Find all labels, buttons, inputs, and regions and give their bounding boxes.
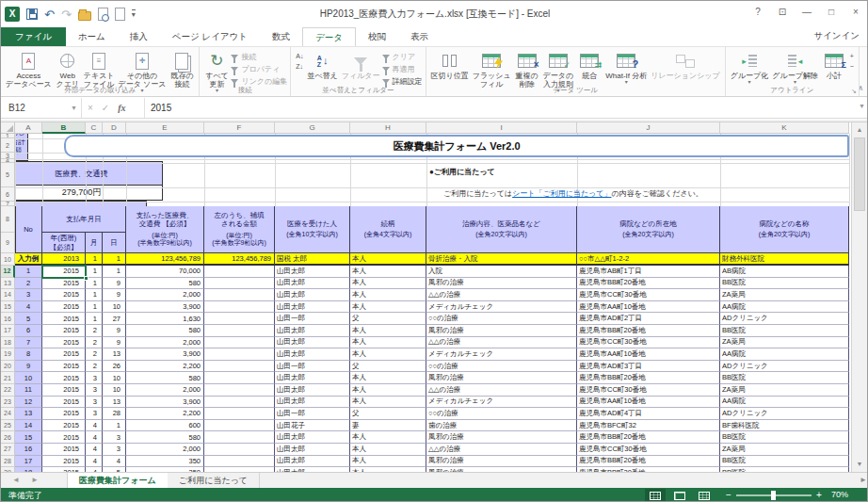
data-cell-location[interactable]: 鹿児島市AA町10番地 <box>577 301 720 314</box>
column-header-D[interactable]: D <box>103 122 126 134</box>
data-cell-expense[interactable]: 580 <box>126 325 204 337</box>
data-cell-relation[interactable]: 本人 <box>350 289 426 301</box>
data-cell-relation[interactable]: 本人 <box>350 431 426 444</box>
data-cell-month[interactable]: 4 <box>86 420 103 432</box>
data-cell-hospital[interactable]: BF歯科医院 <box>720 420 849 432</box>
data-cell-treatment[interactable]: 歯の治療 <box>426 420 577 432</box>
data-cell-no[interactable]: 15 <box>15 431 42 444</box>
hscroll-right-icon[interactable]: ► <box>860 476 867 484</box>
data-cell-compensation[interactable] <box>204 397 275 409</box>
ribbon-tab-数式[interactable]: 数式 <box>260 27 302 46</box>
ribbon-button-グループ解除[interactable]: ◂グループ解除▾ <box>770 49 820 86</box>
row-header-25[interactable]: 25 <box>1 420 15 432</box>
data-cell-relation[interactable]: 本人 <box>350 372 426 384</box>
example-cell-month[interactable]: 1 <box>86 253 103 266</box>
data-cell-no[interactable]: 8 <box>15 348 42 361</box>
data-cell-hospital[interactable]: ADクリニック <box>720 361 849 373</box>
example-cell-hospital[interactable]: 財務外科医院 <box>720 253 849 266</box>
data-cell-relation[interactable]: 本人 <box>350 301 426 314</box>
row-header-5[interactable]: 5 <box>1 163 15 187</box>
header-person[interactable]: 医療を受けた人(全角10文字以内) <box>275 206 350 253</box>
data-cell-day[interactable]: 13 <box>103 348 126 361</box>
data-cell-no[interactable]: 2 <box>15 278 42 290</box>
header-compensation[interactable]: 左のうち、補填 される金額(単位:円) (半角数字9桁以内) <box>204 206 275 253</box>
data-cell-hospital[interactable]: ADクリニック <box>720 408 849 420</box>
data-cell-expense[interactable]: 1,630 <box>126 313 204 325</box>
data-cell-treatment[interactable]: 風邪の治療 <box>426 431 577 444</box>
data-cell-no[interactable]: 9 <box>15 361 42 373</box>
data-cell-year[interactable]: 2015 <box>42 372 86 384</box>
column-header-E[interactable]: E <box>126 122 204 134</box>
data-cell-day[interactable]: 3 <box>103 431 126 444</box>
row-header-10[interactable]: 10 <box>1 253 15 266</box>
ribbon-display-options-button[interactable]: ⊡ <box>773 5 792 20</box>
data-cell-treatment[interactable]: 風邪の治療 <box>426 456 577 468</box>
header-year[interactable]: 年(西暦) 【必須】 <box>42 233 86 253</box>
data-cell-location[interactable]: 鹿児島市AD町3丁目 <box>577 361 720 373</box>
data-cell-person[interactable]: 山田太郎 <box>275 301 350 314</box>
data-cell-day[interactable]: 28 <box>103 408 126 420</box>
data-cell-month[interactable]: 2 <box>86 337 103 349</box>
data-cell-compensation[interactable] <box>204 266 275 278</box>
data-cell-hospital[interactable]: ZA薬局 <box>720 289 849 301</box>
data-cell-compensation[interactable] <box>204 408 275 420</box>
data-cell-treatment[interactable]: メディカルチェック <box>426 348 577 361</box>
data-cell-compensation[interactable] <box>204 301 275 314</box>
data-cell-month[interactable]: 2 <box>86 361 103 373</box>
data-cell-hospital[interactable]: BB医院 <box>720 278 849 290</box>
zoom-in-button[interactable]: + <box>816 490 822 500</box>
zoom-slider-thumb[interactable] <box>771 491 776 500</box>
row-header-19[interactable]: 19 <box>1 348 15 361</box>
data-cell-location[interactable]: 鹿児島市AD町4丁目 <box>577 408 720 420</box>
data-cell-expense[interactable]: 2,200 <box>126 408 204 420</box>
data-cell-day[interactable]: 10 <box>103 301 126 314</box>
data-cell-hospital[interactable]: AB病院 <box>720 266 849 278</box>
name-box-dropdown-icon[interactable]: ▼ <box>71 98 77 118</box>
data-cell-hospital[interactable]: BB医院 <box>720 372 849 384</box>
data-cell-no[interactable]: 5 <box>15 313 42 325</box>
data-cell-location[interactable]: 鹿児島市BFC町32 <box>577 420 720 432</box>
ribbon-button-再適用[interactable]: 再適用 <box>382 64 423 74</box>
data-cell-hospital[interactable]: BB医院 <box>720 456 849 468</box>
header-hospital[interactable]: 病院などの名称(全角20文字以内) <box>720 206 849 253</box>
data-cell-expense[interactable]: 2,000 <box>126 384 204 397</box>
minimize-button[interactable]: — <box>797 5 816 20</box>
ribbon-tab-表示[interactable]: 表示 <box>398 27 441 46</box>
data-cell-person[interactable]: 山田太郎 <box>275 372 350 384</box>
data-cell-day[interactable]: 10 <box>103 384 126 397</box>
row-header-13[interactable]: 13 <box>1 278 15 290</box>
row-header-20[interactable]: 20 <box>1 361 15 373</box>
data-cell-location[interactable]: 鹿児島市BB町20番地 <box>577 325 720 337</box>
data-cell-compensation[interactable] <box>204 384 275 397</box>
data-cell-location[interactable]: 鹿児島市AA町10番地 <box>577 397 720 409</box>
data-cell-compensation[interactable] <box>204 420 275 432</box>
data-cell-person[interactable]: 山田太郎 <box>275 289 350 301</box>
data-cell-expense[interactable]: 2,000 <box>126 444 204 456</box>
ribbon-button-接続[interactable]: 接続 <box>231 52 287 62</box>
data-cell-relation[interactable]: 本人 <box>350 325 426 337</box>
insert-function-icon[interactable]: fx <box>118 103 125 113</box>
column-header-I[interactable]: I <box>426 122 577 134</box>
data-cell-month[interactable]: 4 <box>86 444 103 456</box>
data-cell-day[interactable]: 26 <box>103 361 126 373</box>
ribbon-button-What-If 分析[interactable]: ?What-If 分析▾ <box>603 49 649 86</box>
data-cell-day[interactable]: 9 <box>103 325 126 337</box>
data-cell-no[interactable]: 1 <box>15 266 42 278</box>
data-cell-no[interactable]: 10 <box>15 372 42 384</box>
data-cell-year[interactable]: 2015 <box>42 301 86 314</box>
row-header-8[interactable]: 8 <box>1 206 15 233</box>
name-box[interactable]: B12▼ <box>1 98 82 118</box>
header-relation[interactable]: 続柄(全角4文字以内) <box>350 206 426 253</box>
data-cell-treatment[interactable]: △△の治療 <box>426 337 577 349</box>
data-cell-relation[interactable]: 本人 <box>350 266 426 278</box>
data-cell-day[interactable]: 4 <box>103 456 126 468</box>
selected-cell-outline[interactable] <box>41 265 87 279</box>
data-cell-hospital[interactable]: ADクリニック <box>720 313 849 325</box>
data-cell-compensation[interactable] <box>204 372 275 384</box>
data-cell-day[interactable]: 1 <box>103 420 126 432</box>
data-cell-relation[interactable]: 本人 <box>350 348 426 361</box>
sign-in-label[interactable]: サインイン <box>813 30 860 42</box>
expand-formula-bar-icon[interactable]: ▼ <box>859 103 865 109</box>
data-cell-year[interactable]: 2015 <box>42 397 86 409</box>
data-cell-treatment[interactable]: ○○の治療 <box>426 313 577 325</box>
